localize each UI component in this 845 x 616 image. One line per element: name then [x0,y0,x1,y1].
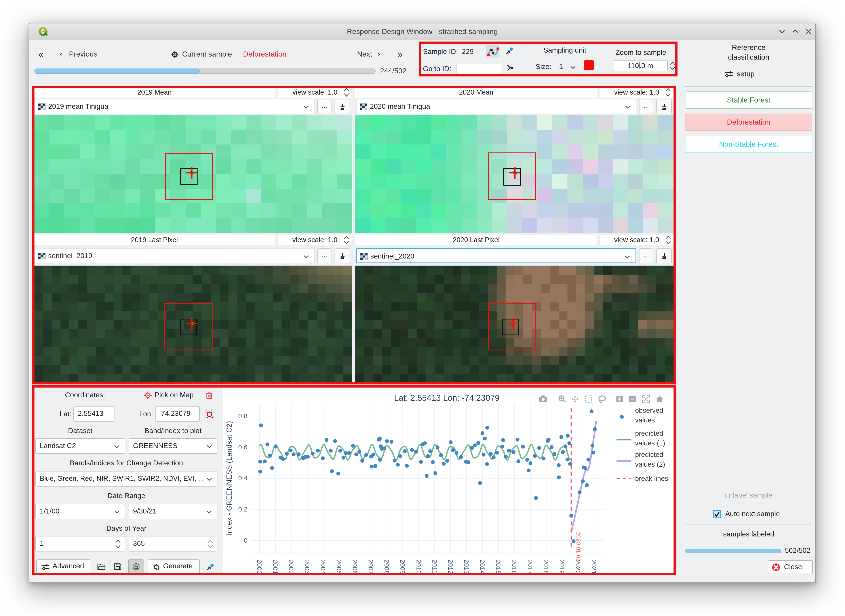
svg-text:values (1): values (1) [635,439,665,447]
svg-text:2002: 2002 [288,559,295,574]
svg-text:0.2: 0.2 [238,506,248,513]
svg-text:0.8: 0.8 [238,412,248,419]
svg-text:0.4: 0.4 [238,474,248,482]
svg-text:predicted: predicted [635,430,663,437]
svg-text:Lat: 2.55413 Lon: -74.23079: Lat: 2.55413 Lon: -74.23079 [394,393,500,403]
svg-text:2018: 2018 [543,559,550,574]
svg-text:2007: 2007 [367,559,374,574]
svg-text:2014: 2014 [479,559,486,574]
svg-text:2020-01-02: 2020-01-02 [575,532,582,562]
svg-text:values: values [635,416,655,424]
svg-text:2008: 2008 [383,559,390,574]
svg-text:Index - GREENNESS (Landsat C2): Index - GREENNESS (Landsat C2) [225,421,233,535]
svg-text:0: 0 [244,537,248,544]
svg-text:predicted: predicted [635,451,663,459]
svg-text:2015: 2015 [495,559,502,574]
svg-text:2020: 2020 [575,559,582,574]
svg-text:2001: 2001 [272,559,279,574]
svg-text:2021: 2021 [590,559,598,574]
svg-text:2019: 2019 [558,559,566,574]
svg-text:2004: 2004 [320,559,327,574]
svg-text:2010: 2010 [415,559,422,574]
svg-text:2017: 2017 [527,559,534,574]
svg-text:2006: 2006 [351,559,359,574]
svg-text:0.6: 0.6 [238,443,248,451]
svg-text:2009: 2009 [399,559,406,574]
svg-text:2003: 2003 [304,559,311,574]
svg-text:2011: 2011 [431,559,439,574]
svg-text:break lines: break lines [635,475,668,483]
svg-text:2000: 2000 [256,559,263,574]
svg-text:2012: 2012 [447,559,454,574]
svg-text:values (2): values (2) [635,461,665,468]
svg-text:2013: 2013 [463,559,470,574]
svg-text:2016: 2016 [511,559,518,574]
svg-text:2005: 2005 [336,559,343,574]
svg-text:observed: observed [635,406,663,414]
